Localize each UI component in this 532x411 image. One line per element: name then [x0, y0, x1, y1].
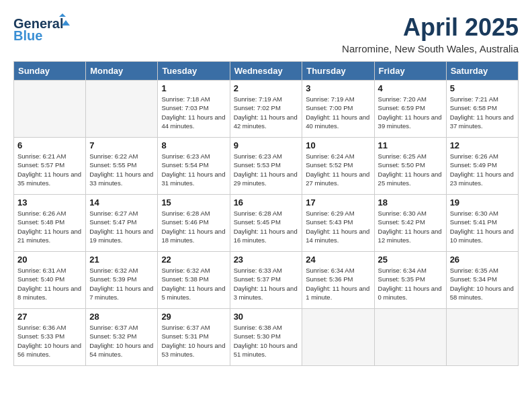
day-number: 1 — [161, 83, 226, 93]
day-number: 5 — [450, 83, 515, 93]
calendar-cell: 23Sunrise: 6:33 AM Sunset: 5:37 PM Dayli… — [230, 252, 302, 309]
day-detail: Sunrise: 6:29 AM Sunset: 5:43 PM Dayligh… — [306, 209, 370, 244]
day-number: 26 — [450, 255, 515, 265]
title-block: April 2025 Narromine, New South Wales, A… — [342, 13, 519, 54]
calendar-cell: 15Sunrise: 6:28 AM Sunset: 5:46 PM Dayli… — [158, 195, 230, 252]
calendar-cell: 25Sunrise: 6:34 AM Sunset: 5:35 PM Dayli… — [374, 252, 446, 309]
day-detail: Sunrise: 6:38 AM Sunset: 5:30 PM Dayligh… — [234, 323, 299, 359]
calendar-header-row: SundayMondayTuesdayWednesdayThursdayFrid… — [14, 62, 519, 81]
logo: General Blue — [13, 13, 74, 44]
day-detail: Sunrise: 6:35 AM Sunset: 5:34 PM Dayligh… — [450, 266, 515, 302]
day-detail: Sunrise: 7:18 AM Sunset: 7:03 PM Dayligh… — [161, 95, 226, 130]
day-detail: Sunrise: 6:28 AM Sunset: 5:45 PM Dayligh… — [234, 209, 299, 244]
calendar-cell: 17Sunrise: 6:29 AM Sunset: 5:43 PM Dayli… — [302, 195, 374, 252]
day-header-friday: Friday — [374, 62, 446, 81]
day-detail: Sunrise: 6:36 AM Sunset: 5:33 PM Dayligh… — [17, 323, 82, 359]
calendar-cell: 1Sunrise: 7:18 AM Sunset: 7:03 PM Daylig… — [158, 81, 230, 138]
calendar-cell: 21Sunrise: 6:32 AM Sunset: 5:39 PM Dayli… — [86, 252, 158, 309]
day-header-monday: Monday — [86, 62, 158, 81]
day-number: 7 — [89, 140, 154, 150]
day-number: 2 — [234, 83, 299, 93]
day-number: 29 — [161, 312, 226, 322]
calendar-cell: 28Sunrise: 6:37 AM Sunset: 5:32 PM Dayli… — [86, 309, 158, 366]
day-detail: Sunrise: 6:25 AM Sunset: 5:50 PM Dayligh… — [378, 152, 443, 187]
day-number: 25 — [378, 255, 443, 265]
calendar-cell: 19Sunrise: 6:30 AM Sunset: 5:41 PM Dayli… — [446, 195, 518, 252]
day-detail: Sunrise: 6:28 AM Sunset: 5:46 PM Dayligh… — [161, 209, 226, 244]
calendar-cell: 4Sunrise: 7:20 AM Sunset: 6:59 PM Daylig… — [374, 81, 446, 138]
day-number: 4 — [378, 83, 443, 93]
day-detail: Sunrise: 6:27 AM Sunset: 5:47 PM Dayligh… — [89, 209, 154, 244]
calendar-week-4: 20Sunrise: 6:31 AM Sunset: 5:40 PM Dayli… — [14, 252, 519, 309]
day-number: 10 — [306, 140, 370, 150]
day-detail: Sunrise: 6:32 AM Sunset: 5:38 PM Dayligh… — [161, 266, 226, 302]
day-number: 3 — [306, 83, 370, 93]
calendar-cell: 22Sunrise: 6:32 AM Sunset: 5:38 PM Dayli… — [158, 252, 230, 309]
day-header-tuesday: Tuesday — [158, 62, 230, 81]
calendar-cell: 30Sunrise: 6:38 AM Sunset: 5:30 PM Dayli… — [230, 309, 302, 366]
calendar-cell: 11Sunrise: 6:25 AM Sunset: 5:50 PM Dayli… — [374, 138, 446, 195]
day-header-wednesday: Wednesday — [230, 62, 302, 81]
calendar-cell: 12Sunrise: 6:26 AM Sunset: 5:49 PM Dayli… — [446, 138, 518, 195]
calendar-cell: 26Sunrise: 6:35 AM Sunset: 5:34 PM Dayli… — [446, 252, 518, 309]
day-header-saturday: Saturday — [446, 62, 518, 81]
day-detail: Sunrise: 7:20 AM Sunset: 6:59 PM Dayligh… — [378, 95, 443, 130]
day-detail: Sunrise: 6:34 AM Sunset: 5:36 PM Dayligh… — [306, 266, 370, 302]
day-detail: Sunrise: 6:30 AM Sunset: 5:42 PM Dayligh… — [378, 209, 443, 244]
day-detail: Sunrise: 6:24 AM Sunset: 5:52 PM Dayligh… — [306, 152, 370, 187]
day-detail: Sunrise: 6:26 AM Sunset: 5:48 PM Dayligh… — [17, 209, 82, 244]
calendar-cell: 3Sunrise: 7:19 AM Sunset: 7:00 PM Daylig… — [302, 81, 374, 138]
day-number: 6 — [17, 140, 82, 150]
day-number: 28 — [89, 312, 154, 322]
calendar-cell — [302, 309, 374, 366]
calendar-cell: 5Sunrise: 7:21 AM Sunset: 6:58 PM Daylig… — [446, 81, 518, 138]
day-number: 16 — [234, 197, 299, 208]
calendar-cell: 18Sunrise: 6:30 AM Sunset: 5:42 PM Dayli… — [374, 195, 446, 252]
day-number: 13 — [17, 197, 82, 208]
logo-svg: General Blue — [13, 13, 74, 44]
calendar-cell — [446, 309, 518, 366]
day-detail: Sunrise: 6:37 AM Sunset: 5:32 PM Dayligh… — [89, 323, 154, 359]
calendar-cell: 16Sunrise: 6:28 AM Sunset: 5:45 PM Dayli… — [230, 195, 302, 252]
day-number: 21 — [89, 255, 154, 265]
calendar-cell: 8Sunrise: 6:23 AM Sunset: 5:54 PM Daylig… — [158, 138, 230, 195]
calendar-cell: 13Sunrise: 6:26 AM Sunset: 5:48 PM Dayli… — [14, 195, 86, 252]
calendar-week-1: 1Sunrise: 7:18 AM Sunset: 7:03 PM Daylig… — [14, 81, 519, 138]
calendar-cell: 9Sunrise: 6:23 AM Sunset: 5:53 PM Daylig… — [230, 138, 302, 195]
calendar-week-2: 6Sunrise: 6:21 AM Sunset: 5:57 PM Daylig… — [14, 138, 519, 195]
day-detail: Sunrise: 6:26 AM Sunset: 5:49 PM Dayligh… — [450, 152, 515, 187]
day-detail: Sunrise: 6:30 AM Sunset: 5:41 PM Dayligh… — [450, 209, 515, 244]
calendar-cell: 27Sunrise: 6:36 AM Sunset: 5:33 PM Dayli… — [14, 309, 86, 366]
calendar-cell — [374, 309, 446, 366]
day-detail: Sunrise: 7:19 AM Sunset: 7:00 PM Dayligh… — [306, 95, 370, 130]
day-number: 11 — [378, 140, 443, 150]
calendar-cell: 20Sunrise: 6:31 AM Sunset: 5:40 PM Dayli… — [14, 252, 86, 309]
day-detail: Sunrise: 6:34 AM Sunset: 5:35 PM Dayligh… — [378, 266, 443, 302]
day-detail: Sunrise: 7:21 AM Sunset: 6:58 PM Dayligh… — [450, 95, 515, 130]
calendar-week-3: 13Sunrise: 6:26 AM Sunset: 5:48 PM Dayli… — [14, 195, 519, 252]
location-title: Narromine, New South Wales, Australia — [342, 43, 519, 54]
day-detail: Sunrise: 6:31 AM Sunset: 5:40 PM Dayligh… — [17, 266, 82, 302]
day-detail: Sunrise: 7:19 AM Sunset: 7:02 PM Dayligh… — [234, 95, 299, 130]
day-number: 9 — [234, 140, 299, 150]
day-detail: Sunrise: 6:37 AM Sunset: 5:31 PM Dayligh… — [161, 323, 226, 359]
calendar-cell — [86, 81, 158, 138]
calendar-cell: 14Sunrise: 6:27 AM Sunset: 5:47 PM Dayli… — [86, 195, 158, 252]
calendar-cell — [14, 81, 86, 138]
day-detail: Sunrise: 6:33 AM Sunset: 5:37 PM Dayligh… — [234, 266, 299, 302]
day-number: 8 — [161, 140, 226, 150]
day-number: 18 — [378, 197, 443, 208]
day-detail: Sunrise: 6:32 AM Sunset: 5:39 PM Dayligh… — [89, 266, 154, 302]
day-number: 17 — [306, 197, 370, 208]
day-number: 30 — [234, 312, 299, 322]
calendar-week-5: 27Sunrise: 6:36 AM Sunset: 5:33 PM Dayli… — [14, 309, 519, 366]
day-detail: Sunrise: 6:21 AM Sunset: 5:57 PM Dayligh… — [17, 152, 82, 187]
svg-marker-2 — [59, 13, 66, 17]
svg-text:Blue: Blue — [13, 28, 42, 43]
day-number: 23 — [234, 255, 299, 265]
day-number: 27 — [17, 312, 82, 322]
calendar-cell: 24Sunrise: 6:34 AM Sunset: 5:36 PM Dayli… — [302, 252, 374, 309]
month-title: April 2025 — [342, 13, 519, 42]
day-header-sunday: Sunday — [14, 62, 86, 81]
page-header: General Blue April 2025 Narromine, New S… — [13, 13, 519, 54]
